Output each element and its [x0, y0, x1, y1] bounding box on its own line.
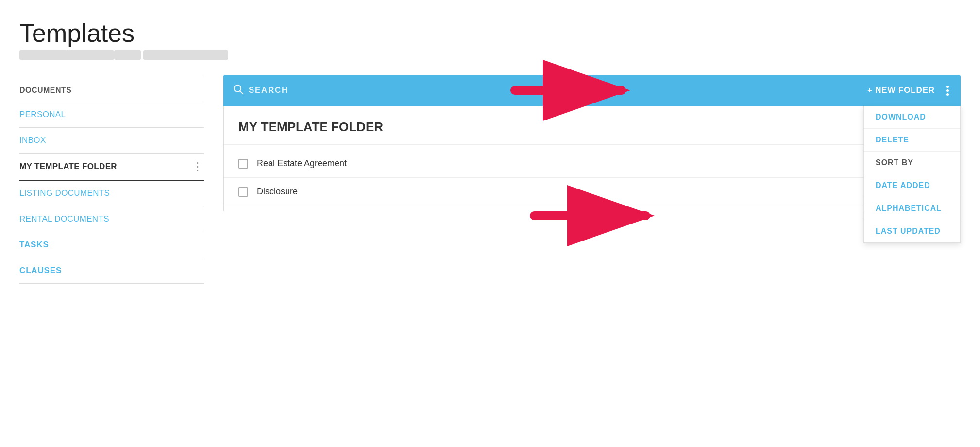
dropdown-menu: DOWNLOAD DELETE SORT BY DATE ADDED ALPHA…: [863, 106, 961, 243]
search-icon: [233, 84, 244, 97]
doc-checkbox-real-estate[interactable]: [238, 159, 248, 169]
sidebar-item-my-template-folder[interactable]: MY TEMPLATE FOLDER ⋮: [19, 154, 204, 181]
email-blur: ••••••••: [114, 50, 140, 60]
dropdown-delete[interactable]: DELETE: [864, 129, 960, 152]
dropdown-last-updated[interactable]: LAST UPDATED: [864, 220, 960, 242]
dot-3: [946, 93, 949, 96]
sidebar-item-my-template-folder-label: MY TEMPLATE FOLDER: [19, 162, 117, 172]
toolbar: + NEW FOLDER DOWNLOAD DELETE SORT BY DAT…: [223, 75, 961, 106]
subtitle-suffix: @upload.dotloop.com: [143, 50, 228, 60]
doc-checkbox-disclosure[interactable]: [238, 187, 248, 197]
document-list: Real Estate Agreement MY NAME Disclosure…: [224, 145, 960, 211]
sidebar-item-rental-documents-label: RENTAL DOCUMENTS: [19, 214, 109, 224]
sidebar-clauses-label: CLAUSES: [19, 266, 62, 275]
sidebar-item-rental-documents[interactable]: RENTAL DOCUMENTS: [19, 206, 204, 232]
page-subtitle: Upload files by emailing •••••••• @uploa…: [19, 50, 961, 60]
table-row: Real Estate Agreement MY NAME: [224, 150, 960, 178]
folder-header: MY TEMPLATE FOLDER ADD DOC: [224, 106, 960, 145]
content-panel: MY TEMPLATE FOLDER ADD DOC Real Estate A…: [223, 106, 961, 211]
doc-name-disclosure: Disclosure: [257, 187, 908, 197]
table-row: Disclosure MY NAME: [224, 178, 960, 206]
sidebar: DOCUMENTS PERSONAL INBOX MY TEMPLATE FOL…: [19, 75, 214, 284]
dot-2: [946, 89, 949, 92]
sidebar-item-tasks[interactable]: TASKS: [19, 232, 204, 258]
subtitle-prefix: Upload files by emailing: [19, 50, 114, 60]
dot-1: [946, 86, 949, 88]
sidebar-item-personal[interactable]: PERSONAL: [19, 102, 204, 128]
search-wrapper: [233, 84, 867, 97]
sidebar-item-inbox[interactable]: INBOX: [19, 128, 204, 154]
sidebar-item-clauses[interactable]: CLAUSES: [19, 258, 204, 284]
documents-section-label: DOCUMENTS: [19, 75, 204, 102]
sidebar-tasks-label: TASKS: [19, 240, 49, 249]
content-wrapper: + NEW FOLDER DOWNLOAD DELETE SORT BY DAT…: [223, 75, 961, 211]
sidebar-item-inbox-label: INBOX: [19, 136, 46, 145]
page-title: Templates: [19, 19, 961, 47]
new-folder-button[interactable]: + NEW FOLDER: [867, 86, 935, 95]
svg-line-1: [240, 91, 243, 94]
doc-name-real-estate: Real Estate Agreement: [257, 158, 908, 169]
sidebar-item-listing-documents[interactable]: LISTING DOCUMENTS: [19, 181, 204, 206]
dropdown-alphabetical[interactable]: ALPHABETICAL: [864, 197, 960, 220]
page-header: Templates Upload files by emailing •••••…: [19, 19, 961, 60]
content-area: + NEW FOLDER DOWNLOAD DELETE SORT BY DAT…: [223, 75, 961, 284]
sidebar-item-dots-menu[interactable]: ⋮: [192, 161, 204, 172]
toolbar-right: + NEW FOLDER: [867, 83, 951, 98]
sidebar-item-listing-documents-label: LISTING DOCUMENTS: [19, 189, 110, 198]
search-input[interactable]: [249, 86, 346, 95]
dropdown-date-added[interactable]: DATE ADDED: [864, 174, 960, 197]
sidebar-item-personal-label: PERSONAL: [19, 110, 66, 120]
dropdown-download[interactable]: DOWNLOAD: [864, 106, 960, 129]
folder-title: MY TEMPLATE FOLDER: [238, 120, 383, 135]
dropdown-sort-by: SORT BY: [864, 152, 960, 174]
more-options-button[interactable]: [945, 83, 951, 98]
